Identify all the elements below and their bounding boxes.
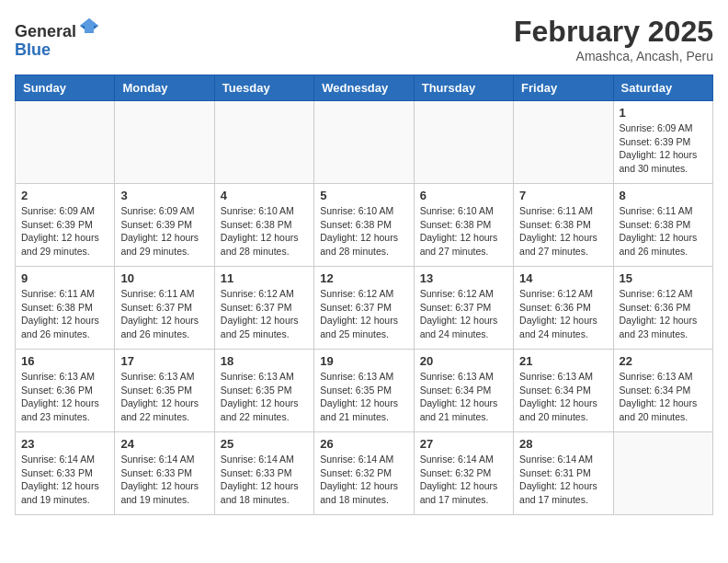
calendar-day-cell: 11Sunrise: 6:12 AM Sunset: 6:37 PM Dayli…: [214, 267, 313, 350]
day-info: Sunrise: 6:12 AM Sunset: 6:37 PM Dayligh…: [320, 287, 407, 341]
calendar-day-cell: [115, 101, 214, 184]
svg-marker-1: [80, 18, 98, 33]
calendar-day-header: Thursday: [414, 75, 513, 101]
day-number: 3: [120, 189, 208, 202]
day-number: 27: [420, 437, 507, 451]
calendar-header-row: SundayMondayTuesdayWednesdayThursdayFrid…: [16, 75, 713, 101]
day-number: 1: [620, 106, 707, 120]
day-number: 6: [420, 189, 507, 202]
day-number: 16: [21, 354, 108, 368]
day-number: 10: [120, 271, 208, 285]
day-info: Sunrise: 6:10 AM Sunset: 6:38 PM Dayligh…: [221, 204, 308, 259]
day-info: Sunrise: 6:11 AM Sunset: 6:38 PM Dayligh…: [519, 204, 607, 259]
calendar-day-cell: 17Sunrise: 6:13 AM Sunset: 6:35 PM Dayli…: [115, 350, 214, 432]
location-subtitle: Amashca, Ancash, Peru: [514, 49, 713, 63]
calendar-day-cell: 18Sunrise: 6:13 AM Sunset: 6:35 PM Dayli…: [214, 350, 313, 432]
day-number: 23: [21, 437, 108, 451]
calendar-day-cell: 4Sunrise: 6:10 AM Sunset: 6:38 PM Daylig…: [214, 184, 313, 267]
calendar-day-cell: 20Sunrise: 6:13 AM Sunset: 6:34 PM Dayli…: [414, 350, 513, 432]
month-title: February 2025: [514, 15, 713, 49]
day-number: 26: [320, 437, 407, 451]
day-info: Sunrise: 6:12 AM Sunset: 6:37 PM Dayligh…: [420, 287, 507, 341]
calendar-day-cell: 9Sunrise: 6:11 AM Sunset: 6:38 PM Daylig…: [16, 267, 115, 350]
day-number: 12: [320, 271, 407, 285]
calendar-day-header: Saturday: [613, 75, 712, 101]
calendar-day-cell: 28Sunrise: 6:14 AM Sunset: 6:31 PM Dayli…: [514, 432, 613, 515]
calendar-day-cell: 15Sunrise: 6:12 AM Sunset: 6:36 PM Dayli…: [613, 267, 712, 350]
day-info: Sunrise: 6:14 AM Sunset: 6:32 PM Dayligh…: [420, 453, 507, 507]
calendar-day-cell: 23Sunrise: 6:14 AM Sunset: 6:33 PM Dayli…: [16, 432, 115, 515]
calendar-day-header: Monday: [115, 75, 214, 101]
day-number: 18: [221, 354, 308, 368]
day-info: Sunrise: 6:13 AM Sunset: 6:35 PM Dayligh…: [221, 370, 308, 424]
day-number: 17: [120, 354, 208, 368]
day-info: Sunrise: 6:13 AM Sunset: 6:34 PM Dayligh…: [620, 370, 707, 424]
calendar-day-cell: 16Sunrise: 6:13 AM Sunset: 6:36 PM Dayli…: [16, 350, 115, 432]
calendar-day-cell: 13Sunrise: 6:12 AM Sunset: 6:37 PM Dayli…: [414, 267, 513, 350]
calendar-day-header: Sunday: [16, 75, 115, 101]
day-info: Sunrise: 6:11 AM Sunset: 6:38 PM Dayligh…: [620, 204, 707, 259]
calendar-week-row: 16Sunrise: 6:13 AM Sunset: 6:36 PM Dayli…: [16, 350, 713, 432]
title-block: February 2025 Amashca, Ancash, Peru: [514, 15, 713, 63]
day-info: Sunrise: 6:11 AM Sunset: 6:38 PM Dayligh…: [21, 287, 108, 341]
day-info: Sunrise: 6:10 AM Sunset: 6:38 PM Dayligh…: [420, 204, 507, 259]
day-info: Sunrise: 6:12 AM Sunset: 6:36 PM Dayligh…: [620, 287, 707, 341]
day-number: 15: [620, 271, 707, 285]
calendar-day-cell: [514, 101, 613, 184]
day-info: Sunrise: 6:13 AM Sunset: 6:34 PM Dayligh…: [519, 370, 607, 424]
day-number: 21: [519, 354, 607, 368]
calendar-day-cell: [214, 101, 313, 184]
day-number: 9: [21, 271, 108, 285]
logo: General Blue: [15, 15, 100, 60]
calendar-day-header: Friday: [514, 75, 613, 101]
day-number: 20: [420, 354, 507, 368]
calendar-day-cell: 8Sunrise: 6:11 AM Sunset: 6:38 PM Daylig…: [613, 184, 712, 267]
day-number: 24: [120, 437, 208, 451]
calendar-week-row: 23Sunrise: 6:14 AM Sunset: 6:33 PM Dayli…: [16, 432, 713, 515]
calendar-day-cell: [314, 101, 414, 184]
day-info: Sunrise: 6:10 AM Sunset: 6:38 PM Dayligh…: [320, 204, 407, 259]
calendar-day-cell: 10Sunrise: 6:11 AM Sunset: 6:37 PM Dayli…: [115, 267, 214, 350]
day-info: Sunrise: 6:14 AM Sunset: 6:32 PM Dayligh…: [320, 453, 407, 507]
calendar-day-cell: [16, 101, 115, 184]
day-number: 14: [519, 271, 607, 285]
day-number: 4: [221, 189, 308, 202]
calendar-day-header: Tuesday: [214, 75, 313, 101]
day-info: Sunrise: 6:13 AM Sunset: 6:35 PM Dayligh…: [120, 370, 208, 424]
day-number: 7: [519, 189, 607, 202]
calendar-week-row: 1Sunrise: 6:09 AM Sunset: 6:39 PM Daylig…: [16, 101, 713, 184]
day-info: Sunrise: 6:13 AM Sunset: 6:35 PM Dayligh…: [320, 370, 407, 424]
day-info: Sunrise: 6:14 AM Sunset: 6:33 PM Dayligh…: [120, 453, 208, 507]
calendar-day-header: Wednesday: [314, 75, 414, 101]
day-number: 11: [221, 271, 308, 285]
calendar-day-cell: 21Sunrise: 6:13 AM Sunset: 6:34 PM Dayli…: [514, 350, 613, 432]
day-info: Sunrise: 6:09 AM Sunset: 6:39 PM Dayligh…: [21, 204, 108, 259]
logo-general: General: [15, 22, 76, 40]
calendar-day-cell: 6Sunrise: 6:10 AM Sunset: 6:38 PM Daylig…: [414, 184, 513, 267]
calendar-day-cell: 7Sunrise: 6:11 AM Sunset: 6:38 PM Daylig…: [514, 184, 613, 267]
day-info: Sunrise: 6:13 AM Sunset: 6:36 PM Dayligh…: [21, 370, 108, 424]
day-info: Sunrise: 6:09 AM Sunset: 6:39 PM Dayligh…: [620, 121, 707, 176]
day-number: 22: [620, 354, 707, 368]
calendar-day-cell: 2Sunrise: 6:09 AM Sunset: 6:39 PM Daylig…: [16, 184, 115, 267]
day-info: Sunrise: 6:13 AM Sunset: 6:34 PM Dayligh…: [420, 370, 507, 424]
calendar-day-cell: 24Sunrise: 6:14 AM Sunset: 6:33 PM Dayli…: [115, 432, 214, 515]
calendar-day-cell: 5Sunrise: 6:10 AM Sunset: 6:38 PM Daylig…: [314, 184, 414, 267]
day-number: 5: [320, 189, 407, 202]
calendar-body: 1Sunrise: 6:09 AM Sunset: 6:39 PM Daylig…: [16, 101, 713, 515]
calendar-day-cell: [414, 101, 513, 184]
day-number: 28: [519, 437, 607, 451]
day-info: Sunrise: 6:14 AM Sunset: 6:33 PM Dayligh…: [221, 453, 308, 507]
calendar-day-cell: 26Sunrise: 6:14 AM Sunset: 6:32 PM Dayli…: [314, 432, 414, 515]
day-info: Sunrise: 6:14 AM Sunset: 6:31 PM Dayligh…: [519, 453, 607, 507]
page-header: General Blue February 2025 Amashca, Anca…: [15, 15, 713, 63]
logo-blue: Blue: [15, 40, 51, 59]
day-number: 19: [320, 354, 407, 368]
day-info: Sunrise: 6:12 AM Sunset: 6:36 PM Dayligh…: [519, 287, 607, 341]
day-number: 2: [21, 189, 108, 202]
day-info: Sunrise: 6:09 AM Sunset: 6:39 PM Dayligh…: [120, 204, 208, 259]
calendar-table: SundayMondayTuesdayWednesdayThursdayFrid…: [15, 75, 713, 515]
calendar-day-cell: 19Sunrise: 6:13 AM Sunset: 6:35 PM Dayli…: [314, 350, 414, 432]
day-info: Sunrise: 6:11 AM Sunset: 6:37 PM Dayligh…: [120, 287, 208, 341]
calendar-week-row: 9Sunrise: 6:11 AM Sunset: 6:38 PM Daylig…: [16, 267, 713, 350]
